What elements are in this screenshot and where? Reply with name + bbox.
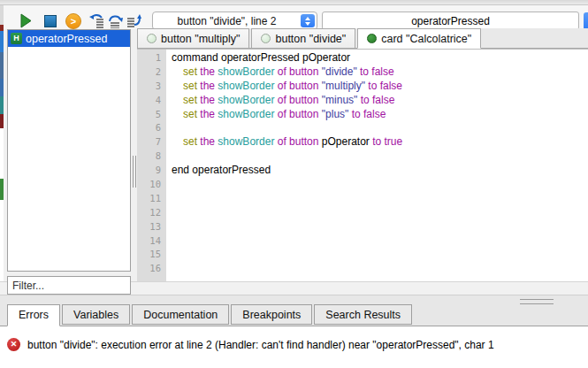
x-circle-icon: ✕ xyxy=(7,338,20,351)
code-line[interactable]: set the showBorder of button "multiply" … xyxy=(172,80,588,94)
line-number[interactable]: 7 xyxy=(137,135,166,150)
play-icon xyxy=(19,13,32,28)
stop-icon xyxy=(44,15,57,27)
line-number[interactable]: 3 xyxy=(137,80,166,94)
code-line[interactable] xyxy=(172,178,588,192)
error-message: button "divide": execution error at line… xyxy=(27,339,494,351)
step-into-button[interactable] xyxy=(87,12,106,29)
code-line[interactable] xyxy=(172,192,588,206)
code-line[interactable]: end operatorPressed xyxy=(172,164,588,178)
tab-status-icon xyxy=(147,34,157,43)
bottom-tab-bar: Errors Variables Documentation Breakpoin… xyxy=(7,304,412,326)
code-line[interactable]: set the showBorder of button "divide" to… xyxy=(172,65,588,80)
line-number-gutter[interactable]: 12345678910111213141516 xyxy=(137,50,166,281)
line-number[interactable]: 14 xyxy=(137,234,166,249)
line-number[interactable]: 11 xyxy=(137,192,166,206)
handler-label: operatorPressed xyxy=(26,33,107,45)
tab-errors[interactable]: Errors xyxy=(7,304,60,326)
line-number[interactable]: 13 xyxy=(137,220,166,234)
script-tab-card-calcolatrice[interactable]: card "Calcolatrice" xyxy=(357,28,481,49)
line-number[interactable]: 2 xyxy=(137,65,166,80)
continue-button[interactable]: > xyxy=(64,12,83,29)
continue-icon: > xyxy=(65,13,81,29)
tab-documentation[interactable]: Documentation xyxy=(132,304,229,325)
step-out-icon xyxy=(126,13,142,28)
apply-button-partial[interactable] xyxy=(584,12,588,30)
code-lines[interactable]: command operatorPressed pOperatorset the… xyxy=(166,50,588,281)
code-line[interactable] xyxy=(172,121,588,135)
code-line[interactable] xyxy=(172,248,588,262)
code-editor: 12345678910111213141516 command operator… xyxy=(137,49,588,281)
handler-list[interactable]: H operatorPressed xyxy=(7,29,131,272)
errors-panel: ✕ button "divide": execution error at li… xyxy=(0,326,588,368)
handler-list-item[interactable]: H operatorPressed xyxy=(8,30,130,47)
code-line[interactable]: command operatorPressed pOperator xyxy=(172,51,588,65)
line-number[interactable]: 8 xyxy=(137,150,166,164)
step-over-button[interactable] xyxy=(105,12,125,29)
script-title-field[interactable] xyxy=(322,12,579,30)
bottom-splitter-handle[interactable] xyxy=(520,299,554,304)
tab-variables[interactable]: Variables xyxy=(62,304,130,325)
line-number[interactable]: 5 xyxy=(137,108,166,122)
handler-selector-label: button "divide", line 2 xyxy=(178,15,277,27)
code-line[interactable]: set the showBorder of button "plus" to f… xyxy=(172,108,588,122)
handler-badge-icon: H xyxy=(11,33,22,44)
code-line[interactable] xyxy=(172,206,588,220)
script-tab-button-divide[interactable]: button "divide" xyxy=(251,28,355,48)
tab-status-icon xyxy=(261,34,271,43)
line-number[interactable]: 12 xyxy=(137,206,166,220)
stop-button[interactable] xyxy=(41,12,60,29)
line-number[interactable]: 16 xyxy=(137,262,166,276)
line-number[interactable]: 15 xyxy=(137,248,166,262)
code-line[interactable]: set the showBorder of button "minus" to … xyxy=(172,94,588,108)
tab-breakpoints[interactable]: Breakpoints xyxy=(231,304,312,325)
script-tab-label: button "multiply" xyxy=(161,33,240,45)
line-number[interactable]: 9 xyxy=(137,164,166,178)
script-tab-bar: button "multiply" button "divide" card "… xyxy=(137,28,588,49)
code-line[interactable] xyxy=(172,234,588,249)
sidebar-splitter-handle[interactable] xyxy=(130,156,137,188)
step-over-icon xyxy=(107,13,124,28)
debug-toolbar: > xyxy=(4,5,588,29)
line-number[interactable]: 4 xyxy=(137,94,166,108)
script-tab-button-multiply[interactable]: button "multiply" xyxy=(137,28,249,48)
script-tab-label: button "divide" xyxy=(275,33,346,45)
step-out-button[interactable] xyxy=(124,12,143,29)
run-button[interactable] xyxy=(16,12,35,29)
code-line[interactable] xyxy=(172,262,588,276)
script-tab-label: card "Calcolatrice" xyxy=(381,33,471,45)
up-down-chevrons-icon xyxy=(301,14,315,27)
code-line[interactable]: set the showBorder of button pOperator t… xyxy=(172,135,588,150)
script-editor-window: > xyxy=(0,0,588,368)
line-number[interactable]: 6 xyxy=(137,121,166,135)
tab-search-results[interactable]: Search Results xyxy=(314,304,412,325)
handler-selector-dropdown[interactable]: button "divide", line 2 xyxy=(152,12,317,30)
code-line[interactable] xyxy=(172,220,588,234)
tab-status-icon xyxy=(367,34,377,43)
step-into-icon xyxy=(88,13,105,28)
filter-input[interactable] xyxy=(7,276,131,295)
code-line[interactable] xyxy=(172,150,588,164)
line-number[interactable]: 10 xyxy=(137,178,166,192)
line-number[interactable]: 1 xyxy=(137,51,166,65)
